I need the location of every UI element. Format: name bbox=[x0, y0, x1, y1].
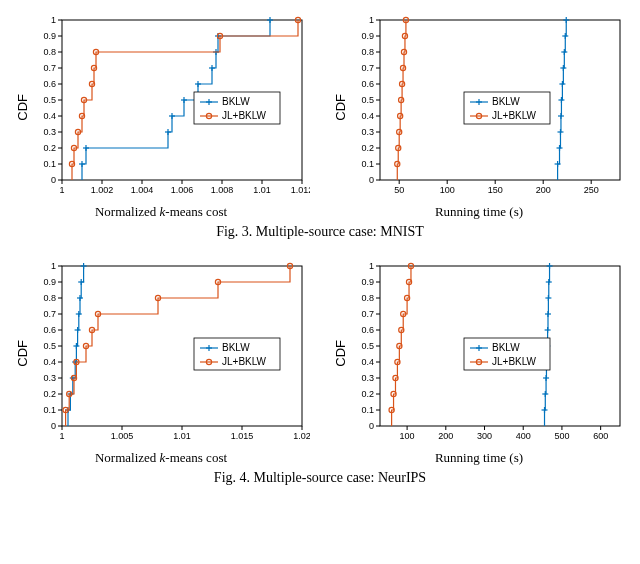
svg-text:1.002: 1.002 bbox=[90, 185, 113, 195]
svg-text:1: 1 bbox=[368, 261, 373, 271]
figure-4-caption: Fig. 4. Multiple-source case: NeurIPS bbox=[12, 470, 628, 486]
fig3-right-cell: CDF 5010015020025000.10.20.30.40.50.60.7… bbox=[330, 12, 628, 220]
fig3-right-xlabel: Running time (s) bbox=[435, 204, 523, 220]
svg-text:1.015: 1.015 bbox=[230, 431, 253, 441]
svg-text:0.8: 0.8 bbox=[361, 47, 374, 57]
svg-text:0.6: 0.6 bbox=[43, 79, 56, 89]
fig4-right-ylabel: CDF bbox=[331, 340, 348, 367]
svg-text:0.9: 0.9 bbox=[361, 31, 374, 41]
svg-text:300: 300 bbox=[477, 431, 492, 441]
svg-text:1.006: 1.006 bbox=[170, 185, 193, 195]
svg-text:1: 1 bbox=[59, 185, 64, 195]
svg-text:0.9: 0.9 bbox=[43, 31, 56, 41]
svg-text:0.7: 0.7 bbox=[361, 309, 374, 319]
svg-text:1: 1 bbox=[368, 15, 373, 25]
svg-text:0: 0 bbox=[50, 175, 55, 185]
fig3-left-xlabel: Normalized k-means cost bbox=[95, 204, 227, 220]
svg-text:400: 400 bbox=[515, 431, 530, 441]
svg-text:0.8: 0.8 bbox=[43, 293, 56, 303]
svg-text:0: 0 bbox=[368, 421, 373, 431]
svg-text:0.2: 0.2 bbox=[361, 389, 374, 399]
svg-text:0.1: 0.1 bbox=[43, 159, 56, 169]
fig4-left-cell: CDF 11.0051.011.0151.0200.10.20.30.40.50… bbox=[12, 258, 310, 466]
svg-text:1.01: 1.01 bbox=[173, 431, 191, 441]
svg-text:100: 100 bbox=[399, 431, 414, 441]
fig4-right-chart: 10020030040050060000.10.20.30.40.50.60.7… bbox=[348, 258, 628, 448]
svg-text:BKLW: BKLW bbox=[222, 342, 250, 353]
svg-text:1: 1 bbox=[50, 261, 55, 271]
svg-text:0.3: 0.3 bbox=[361, 373, 374, 383]
svg-text:JL+BKLW: JL+BKLW bbox=[492, 356, 537, 367]
svg-text:0.5: 0.5 bbox=[43, 95, 56, 105]
svg-text:0.4: 0.4 bbox=[43, 111, 56, 121]
fig4-left-ylabel: CDF bbox=[13, 340, 30, 367]
svg-text:1.01: 1.01 bbox=[253, 185, 271, 195]
figure-4-block: CDF 11.0051.011.0151.0200.10.20.30.40.50… bbox=[12, 258, 628, 486]
svg-text:0.3: 0.3 bbox=[43, 127, 56, 137]
svg-text:600: 600 bbox=[593, 431, 608, 441]
svg-text:1: 1 bbox=[50, 15, 55, 25]
fig3-right-ylabel: CDF bbox=[331, 94, 348, 121]
svg-text:0.1: 0.1 bbox=[361, 405, 374, 415]
svg-text:0.2: 0.2 bbox=[43, 143, 56, 153]
fig4-left-chart: 11.0051.011.0151.0200.10.20.30.40.50.60.… bbox=[30, 258, 310, 448]
figure-4-row: CDF 11.0051.011.0151.0200.10.20.30.40.50… bbox=[12, 258, 628, 466]
svg-text:150: 150 bbox=[487, 185, 502, 195]
fig3-right-wrap: CDF 5010015020025000.10.20.30.40.50.60.7… bbox=[331, 12, 628, 202]
svg-text:0.1: 0.1 bbox=[43, 405, 56, 415]
svg-text:0.6: 0.6 bbox=[43, 325, 56, 335]
svg-text:0.8: 0.8 bbox=[43, 47, 56, 57]
svg-text:0.8: 0.8 bbox=[361, 293, 374, 303]
svg-text:500: 500 bbox=[554, 431, 569, 441]
svg-text:BKLW: BKLW bbox=[492, 342, 520, 353]
fig4-left-wrap: CDF 11.0051.011.0151.0200.10.20.30.40.50… bbox=[13, 258, 310, 448]
svg-text:BKLW: BKLW bbox=[222, 96, 250, 107]
svg-text:JL+BKLW: JL+BKLW bbox=[222, 356, 267, 367]
svg-text:1.008: 1.008 bbox=[210, 185, 233, 195]
fig4-right-xlabel: Running time (s) bbox=[435, 450, 523, 466]
fig3-left-ylabel: CDF bbox=[13, 94, 30, 121]
svg-text:0.7: 0.7 bbox=[361, 63, 374, 73]
svg-text:1.005: 1.005 bbox=[110, 431, 133, 441]
svg-text:0.5: 0.5 bbox=[361, 95, 374, 105]
fig3-left-wrap: CDF 11.0021.0041.0061.0081.011.01200.10.… bbox=[13, 12, 310, 202]
figure-3-row: CDF 11.0021.0041.0061.0081.011.01200.10.… bbox=[12, 12, 628, 220]
svg-text:0.4: 0.4 bbox=[361, 111, 374, 121]
svg-text:0.1: 0.1 bbox=[361, 159, 374, 169]
figure-3-block: CDF 11.0021.0041.0061.0081.011.01200.10.… bbox=[12, 12, 628, 240]
svg-text:0: 0 bbox=[368, 175, 373, 185]
fig4-left-xlabel: Normalized k-means cost bbox=[95, 450, 227, 466]
svg-text:BKLW: BKLW bbox=[492, 96, 520, 107]
fig3-right-chart: 5010015020025000.10.20.30.40.50.60.70.80… bbox=[348, 12, 628, 202]
svg-text:0.7: 0.7 bbox=[43, 309, 56, 319]
svg-text:100: 100 bbox=[439, 185, 454, 195]
svg-text:0.4: 0.4 bbox=[361, 357, 374, 367]
svg-text:0.5: 0.5 bbox=[43, 341, 56, 351]
svg-text:200: 200 bbox=[438, 431, 453, 441]
svg-text:250: 250 bbox=[583, 185, 598, 195]
svg-text:JL+BKLW: JL+BKLW bbox=[492, 110, 537, 121]
svg-text:0.4: 0.4 bbox=[43, 357, 56, 367]
fig3-left-chart: 11.0021.0041.0061.0081.011.01200.10.20.3… bbox=[30, 12, 310, 202]
svg-text:1.012: 1.012 bbox=[290, 185, 309, 195]
svg-text:0.2: 0.2 bbox=[361, 143, 374, 153]
svg-text:0.3: 0.3 bbox=[361, 127, 374, 137]
fig3-left-cell: CDF 11.0021.0041.0061.0081.011.01200.10.… bbox=[12, 12, 310, 220]
svg-text:0.7: 0.7 bbox=[43, 63, 56, 73]
svg-text:0.9: 0.9 bbox=[43, 277, 56, 287]
svg-text:1.02: 1.02 bbox=[293, 431, 310, 441]
svg-text:1.004: 1.004 bbox=[130, 185, 153, 195]
fig4-right-wrap: CDF 10020030040050060000.10.20.30.40.50.… bbox=[331, 258, 628, 448]
svg-text:JL+BKLW: JL+BKLW bbox=[222, 110, 267, 121]
svg-text:0.6: 0.6 bbox=[361, 325, 374, 335]
figure-3-caption: Fig. 3. Multiple-source case: MNIST bbox=[12, 224, 628, 240]
svg-text:0.9: 0.9 bbox=[361, 277, 374, 287]
svg-text:1: 1 bbox=[59, 431, 64, 441]
svg-text:0.2: 0.2 bbox=[43, 389, 56, 399]
svg-text:0.6: 0.6 bbox=[361, 79, 374, 89]
svg-text:0.3: 0.3 bbox=[43, 373, 56, 383]
svg-text:50: 50 bbox=[394, 185, 404, 195]
svg-text:200: 200 bbox=[535, 185, 550, 195]
svg-text:0: 0 bbox=[50, 421, 55, 431]
svg-text:0.5: 0.5 bbox=[361, 341, 374, 351]
